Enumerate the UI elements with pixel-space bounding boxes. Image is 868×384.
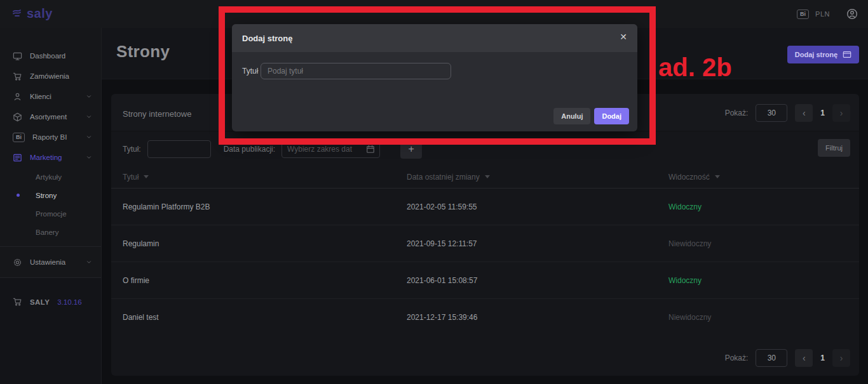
modal-title-input[interactable] [261,63,451,79]
filter-submit-button[interactable]: Filtruj [818,139,850,157]
sidebar-subitem-label: Strony [36,192,57,199]
per-page-input[interactable] [756,349,787,367]
column-header-date[interactable]: Data ostatniej zmiany [407,173,668,182]
sidebar-item-label: Asortyment [30,113,67,121]
add-page-modal: Dodaj stronę ✕ Tytuł Anuluj Dodaj [232,24,637,131]
date-range-input[interactable] [281,140,380,158]
topbar-right: Bi PLN [797,0,858,28]
current-page: 1 [820,354,825,362]
browser-window-icon [843,50,851,59]
sidebar-item-zamowienia[interactable]: Zamówienia [0,66,101,86]
sort-icon [715,175,720,178]
sidebar-item-klienci[interactable]: Klienci [0,86,101,107]
modal-title-field-label: Tytuł [242,67,258,76]
column-header-title[interactable]: Tytuł [111,173,407,182]
row-visibility: Widoczny [668,276,859,285]
monitor-icon [13,51,22,61]
close-icon[interactable]: ✕ [620,32,627,41]
news-icon [13,153,22,162]
row-visibility: Niewidoczny [668,239,859,248]
modal-footer: Anuluj Dodaj [553,108,629,124]
sidebar-item-marketing[interactable]: Marketing [0,147,101,168]
column-header-label: Tytuł [123,173,139,182]
sidebar-subitem-strony[interactable]: Strony [0,186,101,204]
per-page-label: Pokaż: [725,354,749,362]
next-page-button[interactable]: › [832,104,850,122]
logo-cart-icon [11,8,24,20]
column-header-label: Data ostatniej zmiany [407,173,480,182]
row-date: 2021-06-01 15:08:57 [407,276,668,285]
pages-table: Tytuł Data ostatniej zmiany Widoczność R… [111,166,859,336]
add-page-button[interactable]: Dodaj stronę [787,46,859,63]
table-header-row: Tytuł Data ostatniej zmiany Widoczność [111,166,859,189]
table-row[interactable]: Daniel test 2021-12-17 15:39:46 Niewidoc… [111,299,859,336]
date-filter-label: Data publikacji: [224,145,275,154]
row-title: O firmie [111,276,407,285]
page-title: Strony [116,42,170,62]
sort-icon [144,175,149,178]
table-row[interactable]: Regulamin Platformy B2B 2021-02-05 11:59… [111,189,859,225]
confirm-add-button[interactable]: Dodaj [594,108,629,124]
version-row: SALY 3.10.16 [0,278,101,307]
calendar-icon[interactable] [366,145,375,154]
next-page-button[interactable]: › [832,349,850,367]
row-visibility: Widoczny [668,202,859,211]
per-page-input[interactable] [756,104,787,122]
sidebar-item-ustawienia[interactable]: Ustawienia [0,252,101,272]
sidebar-subitem-promocje[interactable]: Promocje [0,204,101,223]
pagination-bottom: Pokaż: ‹ 1 › [725,349,850,367]
sidebar-item-asortyment[interactable]: Asortyment [0,107,101,127]
filter-row: Tytuł: Data publikacji: + Filtruj [111,131,859,162]
sidebar-item-label: Marketing [30,154,62,161]
chevron-down-icon [86,154,92,161]
chevron-down-icon [86,114,92,120]
sidebar-footer: SALY 3.10.16 [0,277,101,384]
sidebar-subitem-label: Artykuły [36,173,62,181]
cancel-button[interactable]: Anuluj [553,108,590,124]
app-logo[interactable]: saly [11,6,53,21]
sidebar-item-label: Raporty BI [32,133,67,141]
modal-title: Dodaj stronę [242,34,292,43]
table-row[interactable]: O firmie 2021-06-01 15:08:57 Widoczny [111,262,859,299]
sidebar-divider [0,246,101,247]
row-title: Daniel test [111,313,407,322]
row-title: Regulamin Platformy B2B [111,202,407,211]
column-header-visibility[interactable]: Widoczność [668,173,859,182]
sidebar-item-raporty-bi[interactable]: Bi Raporty BI [0,127,101,147]
title-filter-label: Tytuł: [123,145,141,154]
prev-page-button[interactable]: ‹ [795,104,813,122]
brand-name: SALY [30,298,50,306]
currency-label[interactable]: PLN [815,10,830,18]
sidebar-subitem-banery[interactable]: Banery [0,223,101,241]
cart-icon [13,72,22,81]
sidebar-item-label: Klienci [30,93,51,100]
sidebar-subitem-artykuly[interactable]: Artykuły [0,168,101,186]
pagination-top: Pokaż: ‹ 1 › [725,104,850,122]
modal-body: Tytuł [232,52,637,103]
pages-panel: Strony internetowe Pokaż: ‹ 1 › Tytuł: D… [111,94,859,376]
sidebar-item-dashboard[interactable]: Dashboard [0,46,101,66]
prev-page-button[interactable]: ‹ [795,349,813,367]
title-filter-input[interactable] [147,140,211,158]
sidebar-subitem-label: Promocje [36,210,67,218]
sidebar-nav: Dashboard Zamówienia Klienci Asortyment … [0,28,101,272]
per-page-label: Pokaż: [725,109,749,117]
app-version[interactable]: 3.10.16 [57,298,81,306]
row-visibility: Niewidoczny [668,313,859,322]
row-date: 2021-09-15 12:11:57 [407,239,668,248]
row-date: 2021-12-17 15:39:46 [407,313,668,322]
user-account-icon[interactable] [846,8,858,20]
sidebar-item-label: Zamówienia [30,72,69,80]
bi-report-icon: Bi [13,133,25,142]
add-filter-button[interactable]: + [400,140,422,159]
sort-icon [485,175,490,178]
sidebar-item-label: Ustawienia [30,258,65,266]
cart-icon [13,297,22,307]
row-date: 2021-02-05 11:59:55 [407,202,668,211]
package-icon [13,112,22,122]
banknote-icon: Bi [797,10,809,19]
chevron-down-icon [86,259,92,265]
gear-icon [13,258,22,267]
sidebar: Dashboard Zamówienia Klienci Asortyment … [0,28,102,384]
table-row[interactable]: Regulamin 2021-09-15 12:11:57 Niewidoczn… [111,225,859,262]
